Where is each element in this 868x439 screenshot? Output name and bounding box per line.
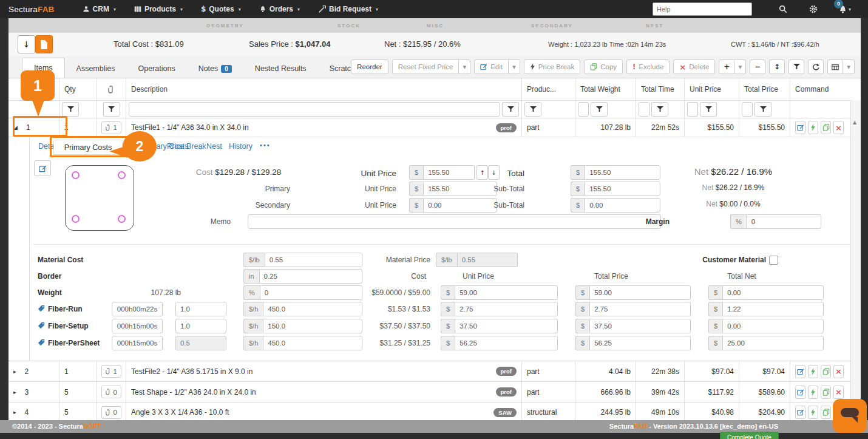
col-total-price[interactable]: Total Price xyxy=(739,78,790,100)
reset-fixed-price-caret[interactable]: ▾ xyxy=(459,60,470,74)
price-break-button[interactable]: Price Break xyxy=(524,60,580,74)
tab-notes[interactable]: Notes0 xyxy=(187,59,243,78)
row-price-break-button[interactable] xyxy=(808,406,818,419)
chat-widget-button[interactable] xyxy=(833,399,867,433)
row-edit-button[interactable] xyxy=(795,121,805,134)
table-columns-caret[interactable]: ▾ xyxy=(843,60,855,74)
fiber-setup-total-net-input[interactable] xyxy=(722,319,824,333)
funnel-icon[interactable] xyxy=(524,102,541,117)
weight-total-net-input[interactable] xyxy=(722,285,824,300)
attachments-cell[interactable]: 0 xyxy=(97,382,126,402)
add-item-caret[interactable]: ▾ xyxy=(734,60,746,74)
description-filter-input[interactable] xyxy=(129,102,500,117)
funnel-icon[interactable] xyxy=(700,102,717,117)
weight-unit-price-input[interactable] xyxy=(455,285,558,300)
row-price-break-button[interactable] xyxy=(808,121,818,134)
attachments-cell[interactable]: 0 xyxy=(97,403,126,422)
fiber-persheet-total-net-input[interactable] xyxy=(722,336,824,350)
col-total-weight[interactable]: Total Weight xyxy=(575,78,636,100)
detail-edit-button[interactable] xyxy=(34,160,51,176)
menu-quotes[interactable]: $ Quotes ▾ xyxy=(201,5,241,13)
product-cell[interactable]: structural xyxy=(522,403,575,422)
row-copy-button[interactable] xyxy=(821,406,831,419)
tab-nested-results[interactable]: Nested Results xyxy=(243,59,318,78)
row-edit-button[interactable] xyxy=(795,406,805,419)
secondary-subtotal-input[interactable] xyxy=(585,198,660,213)
detail-tab-nest[interactable]: Nest xyxy=(206,142,222,151)
weight-filter-input[interactable] xyxy=(578,102,589,117)
fiber-persheet-total-price-input[interactable] xyxy=(589,336,691,350)
fiber-run-total-net-input[interactable] xyxy=(722,302,824,316)
qty-cell[interactable]: 5 xyxy=(59,403,97,422)
total-price-filter-input[interactable] xyxy=(742,102,753,117)
search-icon[interactable] xyxy=(779,5,787,13)
total-input[interactable] xyxy=(585,165,660,180)
funnel-icon[interactable] xyxy=(62,102,79,117)
filter-toggle-button[interactable] xyxy=(788,60,804,74)
col-qty[interactable]: Qty xyxy=(59,78,97,100)
row-copy-button[interactable] xyxy=(821,386,831,399)
time-filter-input[interactable] xyxy=(639,102,649,117)
attachments-cell[interactable]: 1 xyxy=(97,118,126,137)
expand-cell[interactable]: ▸2 xyxy=(8,361,59,381)
fiber-setup-unit-price-input[interactable] xyxy=(455,319,558,333)
funnel-icon[interactable] xyxy=(651,102,668,117)
scroll-up-icon[interactable]: ▲ xyxy=(853,120,856,125)
primary-subtotal-input[interactable] xyxy=(585,182,660,196)
remove-item-button[interactable]: − xyxy=(750,60,765,74)
add-item-button[interactable]: + xyxy=(719,60,734,74)
weight-total-price-input[interactable] xyxy=(589,285,691,300)
item-row-2[interactable]: ▸2 1 1 TestFile2 - 1/4" A36 5.1715 in X … xyxy=(8,361,861,382)
qty-cell[interactable]: 1 xyxy=(59,361,97,381)
expand-cell[interactable]: ▸3 xyxy=(8,382,59,402)
memo-input[interactable] xyxy=(248,214,661,229)
row-edit-button[interactable] xyxy=(795,386,805,399)
menu-bid-request[interactable]: Bid Request ▾ xyxy=(318,5,378,13)
description-cell[interactable]: TestFile2 - 1/4" A36 5.1715 in X 9.0 inp… xyxy=(126,361,522,381)
qty-cell[interactable]: 5 xyxy=(59,382,97,402)
funnel-icon[interactable] xyxy=(754,102,771,117)
table-columns-button[interactable] xyxy=(827,60,843,74)
col-description[interactable]: Description xyxy=(126,78,522,100)
col-attachments[interactable] xyxy=(97,78,126,100)
description-cell[interactable]: Test Shape - 1/2" A36 24.0 in X 24.0 inp… xyxy=(126,382,522,402)
row-price-break-button[interactable] xyxy=(808,365,818,378)
copy-button[interactable]: Copy xyxy=(584,60,623,74)
menu-orders[interactable]: Orders ▾ xyxy=(259,5,300,13)
expand-cell[interactable]: ◢1 xyxy=(8,118,59,137)
product-cell[interactable]: part xyxy=(522,118,575,137)
fiber-persheet-unit-price-input[interactable] xyxy=(455,336,558,350)
unit-price-filter-input[interactable] xyxy=(687,102,698,117)
part-preview[interactable] xyxy=(65,165,134,231)
row-delete-button[interactable]: × xyxy=(833,386,844,399)
row-copy-button[interactable] xyxy=(821,365,831,378)
tab-assemblies[interactable]: Assemblies xyxy=(65,59,127,78)
detail-tab-history[interactable]: History xyxy=(229,142,253,151)
fiber-run-qty-input[interactable] xyxy=(175,302,226,316)
col-total-time[interactable]: Total Time xyxy=(636,78,685,100)
margin-input[interactable] xyxy=(747,214,821,229)
row-delete-button[interactable]: × xyxy=(833,121,844,134)
fiber-run-time-input[interactable] xyxy=(112,302,163,316)
document-button[interactable] xyxy=(35,35,53,53)
tab-operations[interactable]: Operations xyxy=(126,59,186,78)
sort-button[interactable]: ↕ xyxy=(769,60,785,74)
attachments-cell[interactable]: 1 xyxy=(97,361,126,381)
row-price-break-button[interactable] xyxy=(808,386,818,399)
description-cell[interactable]: TestFile1 - 1/4" A36 34.0 in X 34.0 inpr… xyxy=(126,118,522,137)
item-row-4[interactable]: ▸4 5 0 Angle 3 X 3 X 1/4 A36 - 10.0 ftSA… xyxy=(8,403,861,422)
exclude-button[interactable]: ! Exclude xyxy=(626,60,670,74)
grid-scrollbar[interactable]: ▲ xyxy=(850,100,861,418)
menu-crm[interactable]: CRM ▾ xyxy=(83,5,116,13)
delete-button[interactable]: × Delete xyxy=(673,60,715,74)
reorder-button[interactable]: Reorder xyxy=(351,60,388,74)
funnel-icon[interactable] xyxy=(502,102,519,117)
fiber-run-unit-price-input[interactable] xyxy=(455,302,558,316)
refresh-button[interactable] xyxy=(808,60,824,74)
fiber-setup-time-input[interactable] xyxy=(112,319,163,333)
row-delete-button[interactable]: × xyxy=(833,365,844,378)
fiber-run-total-price-input[interactable] xyxy=(589,302,691,316)
product-cell[interactable]: part xyxy=(522,361,575,381)
item-row-3[interactable]: ▸3 5 0 Test Shape - 1/2" A36 24.0 in X 2… xyxy=(8,382,861,403)
col-unit-price[interactable]: Unit Price xyxy=(685,78,739,100)
